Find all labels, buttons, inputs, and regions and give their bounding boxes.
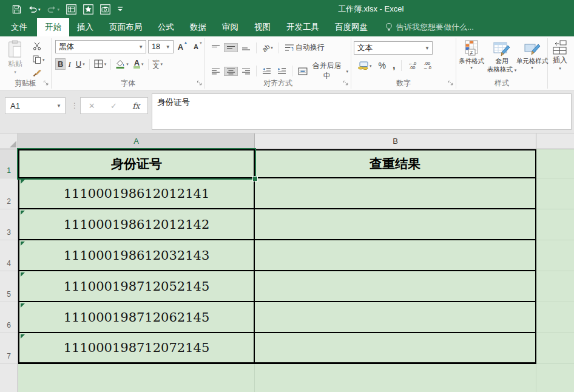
fill-color-button[interactable]: ▾: [113, 58, 131, 70]
tab-view[interactable]: 视图: [246, 18, 279, 36]
formula-input[interactable]: 身份证号: [152, 93, 572, 130]
increase-font-button[interactable]: A▲: [175, 41, 189, 53]
row-header-2[interactable]: 2: [0, 178, 18, 209]
wrap-text-button[interactable]: 自动换行: [282, 41, 327, 54]
row-header-4[interactable]: 4: [0, 240, 18, 271]
cell-A6[interactable]: 111000198712062145: [18, 302, 255, 333]
align-bottom-button[interactable]: [239, 43, 253, 52]
name-box[interactable]: A1▼: [5, 97, 66, 114]
increase-indent-button[interactable]: [275, 66, 289, 76]
customize-qat-button[interactable]: [117, 7, 123, 12]
cell-A7[interactable]: 111000198712072145: [18, 333, 255, 364]
cell-B2[interactable]: [255, 178, 536, 209]
switch-windows-button[interactable]: [66, 4, 76, 15]
tab-review[interactable]: 审阅: [214, 18, 246, 36]
font-size-combo[interactable]: 18▼: [148, 40, 174, 53]
undo-button[interactable]: ▾: [28, 5, 41, 13]
increase-decimal-button[interactable]: ←.0.00: [405, 60, 419, 72]
cell-C8[interactable]: [536, 364, 574, 392]
format-as-table-button[interactable]: 套用 表格格式 ▾: [487, 38, 517, 73]
row-header-7[interactable]: 7: [0, 333, 18, 364]
favorite-button[interactable]: [83, 4, 93, 15]
cut-button[interactable]: [30, 41, 47, 52]
row-header-3[interactable]: 3: [0, 209, 18, 240]
cell-C7[interactable]: [536, 333, 574, 364]
underline-button[interactable]: U▾: [73, 58, 87, 70]
cell-B3[interactable]: [255, 209, 536, 240]
column-header-A[interactable]: A: [18, 133, 255, 149]
cell-C5[interactable]: [536, 271, 574, 302]
font-dialog-launcher[interactable]: [197, 78, 203, 89]
cell-A8[interactable]: [18, 364, 255, 392]
align-top-button[interactable]: [209, 43, 223, 52]
cell-C4[interactable]: [536, 240, 574, 271]
align-right-button[interactable]: [239, 67, 253, 76]
align-middle-button[interactable]: [224, 43, 238, 52]
cell-C2[interactable]: [536, 178, 574, 209]
cell-A4[interactable]: 111000198612032143: [18, 240, 255, 271]
copy-button[interactable]: ▾: [30, 54, 47, 65]
tab-data[interactable]: 数据: [182, 18, 214, 36]
row-header-5[interactable]: 5: [0, 271, 18, 302]
cell-B8[interactable]: [255, 364, 536, 392]
save-button[interactable]: [12, 5, 21, 14]
tab-developer[interactable]: 开发工具: [279, 18, 327, 36]
cell-B4[interactable]: [255, 240, 536, 271]
cell-A3[interactable]: 111000198612012142: [18, 209, 255, 240]
cell-styles-button[interactable]: 单元格样式 ▾: [517, 38, 547, 73]
cell-B5[interactable]: [255, 271, 536, 302]
select-all-corner[interactable]: [0, 133, 18, 149]
percent-style-button[interactable]: %: [376, 59, 388, 72]
cell-C3[interactable]: [536, 209, 574, 240]
cell-C6[interactable]: [536, 302, 574, 333]
phonetic-guide-button[interactable]: wén文▾: [150, 58, 166, 70]
format-painter-button[interactable]: [30, 67, 47, 78]
cancel-icon[interactable]: ✕: [89, 101, 95, 110]
cell-C1[interactable]: [536, 149, 574, 178]
orientation-button[interactable]: ab▾: [260, 43, 275, 53]
column-header-C[interactable]: [536, 133, 574, 149]
tab-file[interactable]: 文件: [1, 18, 37, 36]
number-dialog-launcher[interactable]: [448, 78, 454, 89]
decrease-font-button[interactable]: A▼: [191, 42, 204, 52]
row-header-6[interactable]: 6: [0, 302, 18, 333]
tab-baidu-netdisk[interactable]: 百度网盘: [327, 18, 376, 36]
tab-page-layout[interactable]: 页面布局: [101, 18, 150, 36]
alignment-dialog-launcher[interactable]: [343, 78, 349, 89]
cell-A1[interactable]: 身份证号: [18, 149, 255, 178]
comma-style-button[interactable]: ,: [390, 59, 397, 72]
accounting-format-button[interactable]: ▾: [355, 60, 374, 71]
bold-button[interactable]: B: [55, 58, 66, 70]
tab-formulas[interactable]: 公式: [150, 18, 182, 36]
clipboard-dialog-launcher[interactable]: [43, 78, 49, 89]
conditional-formatting-button[interactable]: ≠ 条件格式 ▾: [456, 38, 487, 73]
formula-bar-handle[interactable]: ⋮: [71, 101, 78, 110]
font-color-button[interactable]: A▾: [131, 58, 146, 70]
row-header-8[interactable]: [0, 364, 18, 392]
paste-button[interactable]: 粘贴 ▾: [3, 39, 27, 75]
tab-home[interactable]: 开始: [37, 18, 69, 36]
italic-button[interactable]: I: [66, 58, 73, 70]
redo-button[interactable]: ▾: [47, 5, 60, 13]
column-header-B[interactable]: B: [255, 133, 536, 149]
cell-B1[interactable]: 查重结果: [255, 149, 536, 178]
number-format-combo[interactable]: 文本▼: [354, 41, 433, 55]
decrease-decimal-button[interactable]: .00→.0: [420, 60, 434, 72]
cell-B7[interactable]: [255, 333, 536, 364]
cell-A5[interactable]: 111000198712052145: [18, 271, 255, 302]
borders-button[interactable]: ▾: [92, 58, 109, 70]
screenshot-button[interactable]: [100, 4, 110, 15]
font-family-combo[interactable]: 黑体▼: [55, 40, 146, 53]
row-header-1[interactable]: 1: [0, 149, 18, 178]
cell-B6[interactable]: [255, 302, 536, 333]
enter-icon[interactable]: ✓: [110, 101, 117, 110]
cell-A2[interactable]: 111000198612012141: [18, 178, 255, 209]
decrease-indent-button[interactable]: [260, 66, 274, 76]
insert-function-button[interactable]: fx: [132, 101, 140, 110]
insert-cells-button[interactable]: 插入 ▾: [548, 36, 572, 71]
copy-icon: [33, 55, 41, 64]
align-center-button[interactable]: [224, 67, 238, 76]
tell-me-box[interactable]: 告诉我您想要做什么...: [385, 18, 474, 36]
align-left-button[interactable]: [209, 67, 223, 76]
tab-insert[interactable]: 插入: [69, 18, 101, 36]
